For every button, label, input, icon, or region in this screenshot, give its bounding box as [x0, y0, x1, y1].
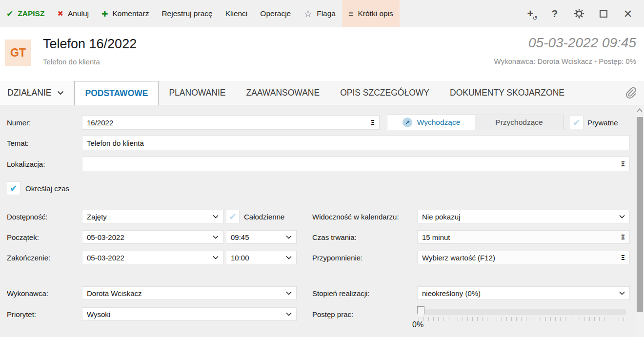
help-button[interactable]: ?: [543, 0, 567, 27]
page-title: Telefon 16/2022: [43, 37, 137, 52]
header-meta: Wykonawca: Dorota Wciskacz•Postęp: 0%: [494, 57, 636, 65]
add-window-icon: +↺: [527, 8, 534, 19]
tab-dokumenty-skojarzone[interactable]: DOKUMENTY SKOJARZONE: [440, 81, 575, 105]
chevron-down-icon: [619, 291, 625, 295]
progress-slider-value: 0%: [412, 320, 423, 329]
comment-button[interactable]: ✚ Komentarz: [95, 0, 155, 27]
chevron-down-icon: [286, 235, 292, 239]
tab-bar: DZIAŁANIE PODSTAWOWE PLANOWANIE ZAAWANSO…: [0, 81, 644, 105]
close-button[interactable]: ×: [616, 0, 640, 27]
tab-opis-szczegolowy[interactable]: OPIS SZCZEGÓŁOWY: [330, 81, 440, 105]
stopien-realizacji-value: nieokreślony (0%): [422, 289, 481, 297]
clients-button[interactable]: Klienci: [219, 0, 254, 27]
attachments-button[interactable]: [625, 81, 644, 105]
postep-prac-label: Postęp prac:: [312, 310, 353, 318]
operations-button[interactable]: Operacje: [254, 0, 297, 27]
check-icon: ✔: [6, 9, 13, 19]
przypomnienie-field[interactable]: Wybierz wartość (F12) Ξ: [417, 251, 630, 264]
zakonczenie-time-select[interactable]: 10:00: [226, 251, 297, 264]
direction-incoming-label: Przychodzące: [495, 118, 543, 127]
lokalizacja-field[interactable]: Ξ: [82, 157, 630, 171]
direction-incoming-button[interactable]: Przychodzące: [475, 115, 563, 130]
header-progress: Postęp: 0%: [599, 57, 636, 65]
short-description-button[interactable]: ≡ Krótki opis: [342, 0, 400, 27]
czas-trwania-field[interactable]: 15 minut Ξ: [417, 230, 630, 244]
cancel-label: Anuluj: [68, 9, 89, 18]
save-button[interactable]: ✔ ZAPISZ: [0, 0, 51, 27]
action-menu-button[interactable]: DZIAŁANIE: [0, 81, 74, 105]
prywatne-checkbox[interactable]: ✔: [570, 116, 584, 129]
direction-toggle: ↗ Wychodzące Przychodzące: [387, 115, 564, 130]
paperclip-icon: [625, 87, 637, 99]
direction-outgoing-label: Wychodzące: [417, 118, 461, 127]
scrollbar-thumb[interactable]: [637, 117, 643, 312]
check-icon: ✔: [10, 183, 18, 194]
settings-button[interactable]: [567, 0, 591, 27]
activity-window: ✔ ZAPISZ ✖ Anuluj ✚ Komentarz Rejestruj …: [0, 0, 644, 337]
chevron-down-icon: [57, 91, 64, 95]
lokalizacja-label: Lokalizacja:: [7, 160, 45, 168]
tab-zaawansowane[interactable]: ZAAWANSOWANE: [236, 81, 330, 105]
vertical-scrollbar[interactable]: [636, 105, 644, 337]
calodzienne-label: Całodzienne: [244, 213, 284, 221]
plus-icon: ✚: [101, 9, 108, 19]
check-icon: ✔: [573, 117, 581, 128]
flag-label: Flaga: [317, 9, 336, 18]
field-menu-icon[interactable]: Ξ: [621, 233, 625, 241]
priorytet-value: Wysoki: [87, 310, 110, 318]
okreslaj-czas-checkbox[interactable]: ✔: [7, 181, 20, 195]
zakonczenie-time-value: 10:00: [231, 254, 249, 262]
check-icon: ✔: [229, 211, 237, 222]
temat-field[interactable]: Telefon do klienta: [82, 136, 630, 150]
progress-slider-thumb[interactable]: [417, 306, 424, 317]
poczatek-label: Początek:: [7, 233, 39, 241]
new-window-button[interactable]: +↺: [518, 0, 543, 27]
czas-trwania-value: 15 minut: [422, 233, 450, 241]
close-icon: ×: [624, 7, 632, 21]
window-controls: +↺ ? ×: [518, 0, 644, 27]
wykonawca-select[interactable]: Dorota Wciskacz: [82, 286, 297, 300]
poczatek-date-select[interactable]: 05-03-2022: [82, 230, 223, 244]
header-executor: Wykonawca: Dorota Wciskacz: [494, 57, 592, 65]
widocznosc-select[interactable]: Nie pokazuj: [417, 210, 630, 223]
temat-value: Telefon do klienta: [87, 139, 144, 147]
chevron-down-icon: [213, 215, 219, 218]
comment-label: Komentarz: [112, 9, 149, 18]
tab-podstawowe[interactable]: PODSTAWOWE: [74, 81, 159, 105]
dostepnosc-value: Zajęty: [87, 213, 107, 221]
header: GT Telefon 16/2022 Telefon do klienta 05…: [0, 27, 644, 81]
chevron-down-icon: [619, 215, 625, 218]
short-description-label: Krótki opis: [358, 9, 393, 18]
dostepnosc-select[interactable]: Zajęty: [82, 210, 223, 223]
scrollbar-up-icon[interactable]: [637, 108, 642, 114]
okreslaj-czas-label: Określaj czas: [25, 184, 69, 193]
numer-label: Numer:: [7, 119, 31, 127]
field-menu-icon[interactable]: Ξ: [621, 160, 625, 168]
cancel-button[interactable]: ✖ Anuluj: [51, 0, 95, 27]
direction-outgoing-button[interactable]: ↗ Wychodzące: [387, 115, 475, 130]
x-icon: ✖: [57, 9, 63, 18]
numer-value: 16/2022: [87, 119, 113, 127]
progress-slider-track[interactable]: [417, 309, 626, 315]
widocznosc-label: Widoczność w kalendarzu:: [312, 213, 399, 221]
numer-field[interactable]: 16/2022 Ξ: [82, 115, 380, 130]
calodzienne-checkbox[interactable]: ✔: [226, 210, 240, 223]
poczatek-time-select[interactable]: 09:45: [226, 230, 297, 244]
progress-slider-ticks: [419, 317, 625, 321]
field-menu-icon[interactable]: Ξ: [621, 254, 625, 261]
zakonczenie-label: Zakończenie:: [7, 254, 50, 262]
maximize-button[interactable]: [591, 0, 616, 27]
help-icon: ?: [552, 8, 558, 20]
stopien-realizacji-select[interactable]: nieokreślony (0%): [417, 286, 630, 300]
flag-button[interactable]: ☆ Flaga: [297, 0, 342, 27]
prywatne-label: Prywatne: [587, 119, 618, 127]
page-subtitle: Telefon do klienta: [43, 58, 100, 66]
chevron-down-icon: [286, 291, 292, 295]
tab-planowanie[interactable]: PLANOWANIE: [159, 81, 236, 105]
gear-icon: [574, 8, 584, 19]
register-work-button[interactable]: Rejestruj pracę: [155, 0, 219, 27]
stopien-realizacji-label: Stopień realizacji:: [312, 289, 370, 297]
priorytet-select[interactable]: Wysoki: [82, 307, 297, 321]
zakonczenie-date-select[interactable]: 05-03-2022: [82, 251, 223, 264]
field-menu-icon[interactable]: Ξ: [370, 119, 375, 126]
